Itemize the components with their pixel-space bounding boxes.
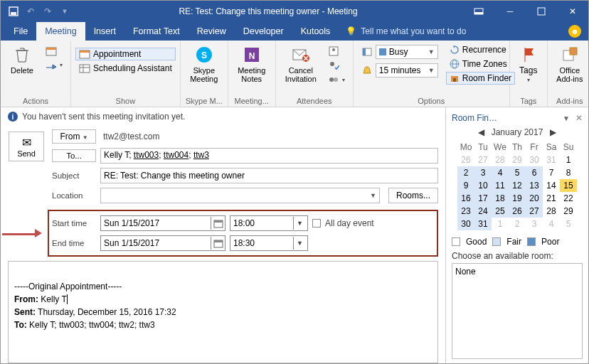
calendar-day[interactable]: 29 xyxy=(560,205,577,218)
undo-icon[interactable]: ↶ xyxy=(22,3,39,20)
calendar-picker-icon[interactable] xyxy=(211,217,223,230)
maximize-button[interactable] xyxy=(526,1,557,22)
tab-file[interactable]: File xyxy=(5,22,36,41)
tags-button[interactable]: Tags▾ xyxy=(514,43,543,96)
calendar-day[interactable]: 26 xyxy=(509,205,526,218)
redo-icon[interactable]: ↷ xyxy=(39,3,56,20)
calendar-day[interactable]: 10 xyxy=(474,179,492,192)
ribbon-options-icon[interactable] xyxy=(463,1,494,22)
next-month-button[interactable]: ▶ xyxy=(550,127,556,137)
feedback-smiley-icon[interactable]: ☻ xyxy=(568,25,581,38)
calendar-day[interactable]: 2 xyxy=(457,166,474,179)
calendar-day[interactable]: 5 xyxy=(560,218,577,230)
address-book-button[interactable] xyxy=(324,45,349,58)
calendar-day[interactable]: 27 xyxy=(526,205,543,218)
calendar-day[interactable]: 30 xyxy=(526,154,543,166)
end-time-field[interactable]: 18:30 ▼ xyxy=(230,235,308,251)
calendar-day[interactable]: 31 xyxy=(543,154,560,166)
calendar-day[interactable]: 11 xyxy=(492,179,509,192)
rooms-button[interactable]: Rooms... xyxy=(388,188,438,203)
calendar-day[interactable]: 1 xyxy=(492,218,509,230)
calendar-day[interactable]: 22 xyxy=(560,192,577,205)
subject-field[interactable] xyxy=(100,168,438,183)
chevron-down-icon[interactable]: ▼ xyxy=(293,237,306,250)
minimize-button[interactable]: ─ xyxy=(494,1,526,22)
chevron-down-icon[interactable]: ▼ xyxy=(293,217,306,230)
message-body[interactable]: -----Original Appointment----- From: Kel… xyxy=(8,261,438,363)
response-options-button[interactable]: ▾ xyxy=(324,73,349,86)
start-time-field[interactable]: 18:00 ▼ xyxy=(230,215,308,231)
location-field[interactable]: ▼ xyxy=(100,188,380,203)
calendar-small-button[interactable] xyxy=(42,45,66,58)
show-as-combo[interactable]: Busy ▼ xyxy=(376,45,438,59)
calendar-day[interactable]: 4 xyxy=(543,218,560,230)
calendar-day[interactable]: 25 xyxy=(492,205,509,218)
calendar-day[interactable]: 29 xyxy=(509,154,526,166)
calendar-picker-icon[interactable] xyxy=(211,237,223,250)
calendar-day[interactable]: 13 xyxy=(526,179,543,192)
calendar-day[interactable]: 14 xyxy=(543,179,560,192)
date-time-highlight: Start time Sun 1/15/2017 18:00 ▼ All day… xyxy=(48,210,438,257)
room-finder-button[interactable]: Room Finder xyxy=(446,72,515,85)
calendar-day[interactable]: 5 xyxy=(509,166,526,179)
tab-meeting[interactable]: Meeting xyxy=(36,22,85,41)
calendar-day[interactable]: 15 xyxy=(560,179,577,192)
calendar-day[interactable]: 28 xyxy=(543,205,560,218)
tab-kutools[interactable]: Kutools xyxy=(292,22,339,41)
calendar-day[interactable]: 23 xyxy=(457,205,474,218)
scheduling-assistant-button[interactable]: Scheduling Assistant xyxy=(75,62,176,75)
delete-button[interactable]: Delete xyxy=(5,43,39,96)
prev-month-button[interactable]: ◀ xyxy=(478,127,484,137)
calendar-day[interactable]: 17 xyxy=(474,192,492,205)
calendar-day[interactable]: 12 xyxy=(509,179,526,192)
from-button[interactable]: From ▼ xyxy=(52,129,96,144)
appointment-button[interactable]: Appointment xyxy=(75,48,176,60)
qat-dropdown-icon[interactable]: ▼ xyxy=(56,3,73,20)
start-date-field[interactable]: Sun 1/15/2017 xyxy=(100,215,225,231)
skype-meeting-button[interactable]: S Skype Meeting xyxy=(185,43,223,96)
tab-review[interactable]: Review xyxy=(189,22,235,41)
calendar-day[interactable]: 8 xyxy=(560,166,577,179)
tell-me-search[interactable]: 💡 Tell me what you want to do xyxy=(339,22,473,41)
calendar-day[interactable]: 9 xyxy=(457,179,474,192)
chevron-down-icon[interactable]: ▼ xyxy=(563,114,570,122)
close-pane-icon[interactable]: ✕ xyxy=(575,113,583,123)
calendar-day[interactable]: 27 xyxy=(474,154,492,166)
tab-developer[interactable]: Developer xyxy=(235,22,292,41)
forward-small-button[interactable]: ▾ xyxy=(42,59,66,70)
calendar-day[interactable]: 16 xyxy=(457,192,474,205)
calendar-day[interactable]: 1 xyxy=(560,154,577,166)
recurrence-button[interactable]: Recurrence xyxy=(446,43,515,56)
meeting-notes-button[interactable]: N Meeting Notes xyxy=(233,43,271,96)
calendar-day[interactable]: 30 xyxy=(457,218,474,230)
calendar-day[interactable]: 3 xyxy=(474,166,492,179)
to-button[interactable]: To... xyxy=(52,149,96,162)
calendar-day[interactable]: 31 xyxy=(474,218,492,230)
calendar-day[interactable]: 3 xyxy=(526,218,543,230)
calendar-day[interactable]: 28 xyxy=(492,154,509,166)
calendar-day[interactable]: 19 xyxy=(509,192,526,205)
office-addins-button[interactable]: Office Add-ins xyxy=(552,43,588,96)
calendar-day[interactable]: 4 xyxy=(492,166,509,179)
calendar-day[interactable]: 26 xyxy=(457,154,474,166)
calendar-day[interactable]: 24 xyxy=(474,205,492,218)
to-field[interactable]: Kelly T; ttw003; ttw004; ttw3 xyxy=(100,148,438,164)
calendar-day[interactable]: 20 xyxy=(526,192,543,205)
time-zones-button[interactable]: Time Zones xyxy=(446,58,515,70)
check-names-button[interactable] xyxy=(324,59,349,72)
save-icon[interactable] xyxy=(5,3,22,20)
calendar-day[interactable]: 2 xyxy=(509,218,526,230)
tab-insert[interactable]: Insert xyxy=(85,22,124,41)
calendar-day[interactable]: 6 xyxy=(526,166,543,179)
room-list[interactable]: None xyxy=(452,263,583,359)
cancel-invitation-button[interactable]: Cancel Invitation xyxy=(280,43,322,96)
end-date-field[interactable]: Sun 1/15/2017 xyxy=(100,235,225,251)
calendar-day[interactable]: 18 xyxy=(492,192,509,205)
calendar-day[interactable]: 21 xyxy=(543,192,560,205)
all-day-checkbox[interactable] xyxy=(312,219,321,228)
reminder-combo[interactable]: 15 minutes ▼ xyxy=(376,63,438,77)
tab-format-text[interactable]: Format Text xyxy=(124,22,189,41)
close-button[interactable]: ✕ xyxy=(557,1,588,22)
mini-calendar[interactable]: MoTuWeThFrSaSu26272829303112345678910111… xyxy=(457,140,578,231)
calendar-day[interactable]: 7 xyxy=(543,166,560,179)
